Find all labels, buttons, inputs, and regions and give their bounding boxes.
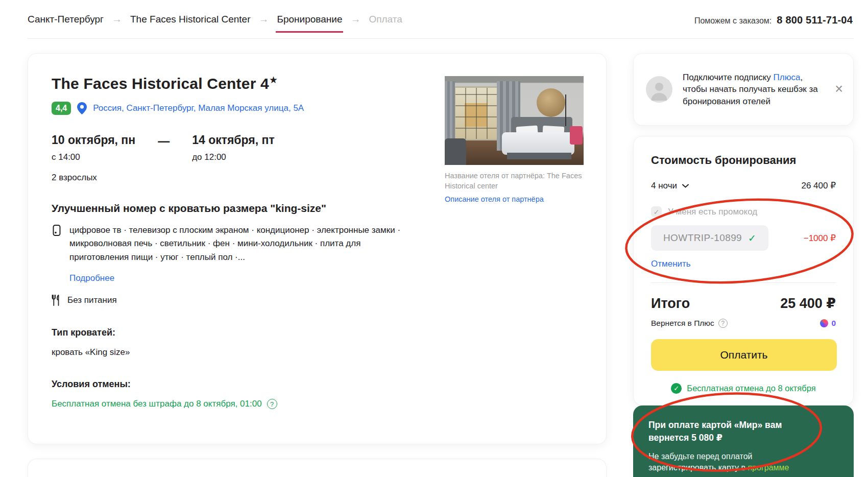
promo-row: HOWTRIP-10899 ✓ −1000 ₽ <box>651 225 836 251</box>
breadcrumb-arrow-icon: → <box>112 13 122 25</box>
beds-label: Тип кроватей: <box>52 327 583 338</box>
close-icon[interactable]: × <box>835 82 843 96</box>
check-circle-icon: ✓ <box>671 383 682 394</box>
photo-curtain-left <box>445 81 455 148</box>
beds-value: кровать «King size» <box>52 347 583 357</box>
dates-separator: — <box>158 134 170 148</box>
photo-bed-base <box>507 153 571 159</box>
partner-hotel-name-caption: Название отеля от партнёра: The Faces Hi… <box>445 171 584 191</box>
avatar <box>646 76 672 103</box>
room-name: Улучшенный номер с кроватью размера "kin… <box>52 202 409 214</box>
cashback-help-icon[interactable]: ? <box>718 319 728 328</box>
breadcrumb-step-payment: Оплата <box>369 14 402 25</box>
rating-badge: 4,4 <box>52 102 71 115</box>
nights-row: 4 ночи 26 400 ₽ <box>651 180 836 191</box>
chevron-down-icon <box>682 184 689 188</box>
mir-highlight-text: При оплате картой «Мир» вам вернется 5 0… <box>648 419 817 445</box>
pay-button[interactable]: Оплатить <box>651 339 837 371</box>
nights-price: 26 400 ₽ <box>801 180 836 191</box>
promo-checkbox[interactable]: ✓ <box>651 206 662 217</box>
hotel-photo <box>445 76 584 165</box>
plus-link[interactable]: Плюса <box>774 73 801 82</box>
checkin-time: с 14:00 <box>52 152 135 162</box>
breadcrumb: Санкт-Петербург → The Faces Historical C… <box>28 13 402 25</box>
promo-checkbox-label: У меня есть промокод <box>668 207 757 217</box>
meal-row: Без питания <box>52 295 583 306</box>
cancellation-help-icon[interactable]: ? <box>267 399 277 409</box>
hotel-photo-block: Название отеля от партнёра: The Faces Hi… <box>445 76 584 203</box>
support-phone-block: Поможем с заказом: 8 800 511-71-04 <box>694 14 853 26</box>
mir-note-text: Не забудьте перед оплатой зарегистрирова… <box>648 451 817 474</box>
total-row: Итого 25 400 ₽ <box>651 295 836 312</box>
checkout-block: 14 октября, пт до 12:00 <box>192 133 275 162</box>
breadcrumb-hotel[interactable]: The Faces Historical Center <box>130 14 250 25</box>
photo-pink-chair <box>570 126 583 145</box>
breadcrumb-arrow-icon: → <box>350 13 360 25</box>
cancellation-policy-row: Бесплатная отмена без штрафа до 8 октябр… <box>52 399 583 409</box>
photo-duvet <box>502 132 574 155</box>
pricing-card: Стоимость бронирования 4 ночи 26 400 ₽ ✓… <box>633 136 854 406</box>
booking-page: Санкт-Петербург → The Faces Historical C… <box>0 0 868 477</box>
total-label: Итого <box>651 296 690 312</box>
promo-valid-check-icon: ✓ <box>748 232 756 244</box>
cashback-points: 0 <box>831 319 836 328</box>
nights-count: 4 ночи <box>651 181 677 191</box>
checkin-block: 10 октября, пн с 14:00 <box>52 133 135 162</box>
photo-lamp <box>565 94 566 126</box>
promo-code-input[interactable]: HOWTRIP-10899 ✓ <box>651 225 768 251</box>
photo-window <box>454 86 499 140</box>
meal-plan: Без питания <box>67 295 117 305</box>
header: Санкт-Петербург → The Faces Historical C… <box>0 0 868 39</box>
breadcrumb-arrow-icon: → <box>258 13 269 25</box>
photo-round-mirror <box>537 88 565 117</box>
pricing-title: Стоимость бронирования <box>651 154 836 167</box>
checkout-time: до 12:00 <box>192 152 275 162</box>
map-pin-icon <box>77 102 87 114</box>
amenities-row: цифровое тв · телевизор с плоским экрано… <box>52 224 409 264</box>
hotel-address-link[interactable]: Россия, Санкт-Петербург, Малая Морская у… <box>93 103 304 113</box>
room-features-icon <box>52 224 63 264</box>
promo-cancel-link[interactable]: Отменить <box>651 259 691 269</box>
mir-program-link[interactable]: программе <box>748 463 789 472</box>
next-section-card <box>28 459 607 477</box>
booking-card: The Faces Historical Center 4★ 4,4 Росси… <box>28 53 607 444</box>
cashback-row: Вернется в Плюс ? 0 <box>651 319 836 328</box>
cancellation-policy: Бесплатная отмена без штрафа до 8 октябр… <box>52 399 262 409</box>
nights-dropdown[interactable]: 4 ночи <box>651 181 689 191</box>
breadcrumb-city[interactable]: Санкт-Петербург <box>28 14 104 25</box>
meal-icon <box>52 295 61 306</box>
cashback-label: Вернется в Плюс <box>651 319 714 328</box>
total-price: 25 400 ₽ <box>780 295 836 312</box>
checkout-date: 14 октября, пт <box>192 133 275 147</box>
mir-cashback-banner: При оплате картой «Мир» вам вернется 5 0… <box>633 406 854 477</box>
plus-subscription-banner: Подключите подписку Плюса, чтобы начать … <box>633 53 854 126</box>
amenities-more-link[interactable]: Подробнее <box>69 273 114 283</box>
support-phone: 8 800 511-71-04 <box>777 14 853 26</box>
plus-badge-icon <box>820 319 828 327</box>
breadcrumb-step-booking[interactable]: Бронирование <box>277 14 342 25</box>
checkin-date: 10 октября, пн <box>52 133 135 147</box>
plus-banner-text: Подключите подписку Плюса, чтобы начать … <box>683 71 826 107</box>
promo-discount: −1000 ₽ <box>804 233 836 244</box>
hotel-star-icon: ★ <box>269 75 278 85</box>
partner-description-link[interactable]: Описание отеля от партнёра <box>445 195 584 203</box>
pricing-divider <box>651 282 836 283</box>
promo-code-value: HOWTRIP-10899 <box>663 232 742 244</box>
header-divider <box>28 38 854 39</box>
photo-armchair <box>445 138 466 165</box>
free-cancellation-row: ✓ Бесплатная отмена до 8 октября <box>651 383 836 394</box>
free-cancellation-text: Бесплатная отмена до 8 октября <box>687 384 815 393</box>
support-label: Поможем с заказом: <box>694 16 771 26</box>
amenities-list: цифровое тв · телевизор с плоским экрано… <box>69 224 409 264</box>
cancellation-label: Условия отмены: <box>52 379 583 390</box>
promo-checkbox-row: ✓ У меня есть промокод <box>651 206 836 217</box>
